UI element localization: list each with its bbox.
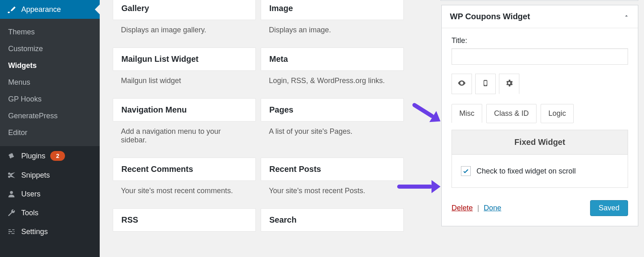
tab-misc[interactable]: Misc	[452, 104, 482, 123]
settings-subtabs: Misc Class & ID Logic	[452, 104, 628, 123]
widget-pages[interactable]: Pages	[261, 98, 404, 122]
sidebar-item-settings[interactable]: Settings	[0, 222, 100, 241]
sidebar-label-appearance: Appearance	[21, 5, 61, 14]
saved-button[interactable]: Saved	[590, 200, 628, 216]
plugins-icon	[7, 151, 16, 160]
widget-gallery[interactable]: Gallery	[113, 0, 256, 20]
sidebar-label-tools: Tools	[21, 209, 38, 217]
sidebar-item-themes[interactable]: Themes	[0, 24, 100, 41]
sidebar-item-menus[interactable]: Menus	[0, 74, 100, 91]
widget-title: Mailgun List Widget	[113, 48, 255, 70]
widget-settings-area: WP Coupons Widget Title:	[441, 5, 638, 232]
tab-class-id[interactable]: Class & ID	[486, 104, 537, 123]
widget-recent-posts[interactable]: Recent Posts	[261, 158, 404, 181]
widget-image[interactable]: Image	[261, 0, 404, 20]
fixed-widget-heading: Fixed Widget	[452, 130, 628, 155]
widget-desc: Displays an image gallery.	[113, 20, 256, 43]
widget-desc: Mailgun list widget	[113, 71, 256, 93]
widget-title: Pages	[261, 99, 403, 121]
widget-search[interactable]: Search	[261, 208, 404, 232]
visibility-tab[interactable]	[452, 74, 472, 94]
title-input[interactable]	[452, 48, 628, 65]
widget-title: Gallery	[113, 0, 255, 20]
sidebar-label-settings: Settings	[21, 228, 48, 236]
admin-sidebar: Appearance Themes Customize Widgets Menu…	[0, 0, 100, 257]
widget-title: Navigation Menu	[113, 99, 255, 121]
action-divider: |	[475, 204, 482, 212]
plugins-update-badge: 2	[50, 151, 65, 161]
tab-logic[interactable]: Logic	[541, 104, 574, 123]
sidebar-label-snippets: Snippets	[21, 171, 50, 180]
available-widgets: Gallery Displays an image gallery. Image…	[100, 0, 644, 257]
widget-rss[interactable]: RSS	[113, 208, 256, 232]
widget-panel-header[interactable]: WP Coupons Widget	[442, 5, 638, 28]
sidebar-item-plugins[interactable]: Plugins 2	[0, 146, 100, 166]
sliders-icon	[7, 227, 16, 236]
widget-desc: A list of your site's Pages.	[261, 122, 404, 144]
fixed-widget-checkbox[interactable]	[461, 166, 471, 176]
annotation-arrow-checkbox	[397, 180, 441, 193]
sidebar-label-users: Users	[21, 190, 40, 198]
sidebar-item-appearance[interactable]: Appearance	[0, 0, 100, 19]
gear-icon	[505, 79, 514, 89]
wp-coupons-widget-panel: WP Coupons Widget Title:	[441, 5, 638, 226]
done-link[interactable]: Done	[484, 204, 501, 212]
appearance-submenu: Themes Customize Widgets Menus GP Hooks …	[0, 19, 100, 146]
sidebar-label-plugins: Plugins	[21, 152, 45, 160]
widget-desc: Displays an image.	[261, 20, 404, 43]
sidebar-item-users[interactable]: Users	[0, 185, 100, 203]
widget-mailgun[interactable]: Mailgun List Widget	[113, 47, 256, 71]
sidebar-item-editor[interactable]: Editor	[0, 124, 100, 141]
sidebar-item-customize[interactable]: Customize	[0, 41, 100, 57]
widget-desc: Your site's most recent Posts.	[261, 181, 404, 203]
widget-desc: Login, RSS, & WordPress.org links.	[261, 71, 404, 93]
delete-link[interactable]: Delete	[452, 204, 473, 212]
widget-title: Recent Comments	[113, 158, 255, 180]
user-icon	[7, 189, 16, 198]
device-tab[interactable]	[475, 74, 496, 94]
wrench-icon	[7, 208, 16, 217]
sidebar-item-widgets[interactable]: Widgets	[0, 57, 100, 74]
widget-navigation-menu[interactable]: Navigation Menu	[113, 98, 256, 122]
widget-desc: Your site's most recent comments.	[113, 181, 256, 203]
sidebar-item-snippets[interactable]: Snippets	[0, 166, 100, 185]
sidebar-item-tools[interactable]: Tools	[0, 203, 100, 222]
widget-title: Meta	[261, 48, 403, 70]
widget-desc: Add a navigation menu to your sidebar.	[113, 122, 256, 153]
cutoff-panel	[441, 0, 638, 1]
scissors-icon	[7, 171, 16, 180]
fixed-widget-section: Fixed Widget Check to fixed widget on sc…	[452, 130, 628, 188]
collapse-icon	[623, 13, 630, 21]
widget-title: Search	[261, 209, 403, 231]
widget-panel-actions: Delete | Done Saved	[452, 200, 628, 216]
widget-title: RSS	[113, 209, 255, 231]
widget-title: Image	[261, 0, 403, 20]
widget-recent-comments[interactable]: Recent Comments	[113, 158, 256, 181]
eye-icon	[457, 79, 466, 89]
paintbrush-icon	[7, 5, 16, 14]
fixed-widget-checkbox-label: Check to fixed widget on scroll	[476, 167, 576, 176]
sidebar-item-generatepress[interactable]: GeneratePress	[0, 108, 100, 124]
widget-meta[interactable]: Meta	[261, 47, 404, 71]
title-label: Title:	[452, 36, 628, 45]
widget-title: Recent Posts	[261, 158, 403, 180]
display-mode-tabs	[452, 74, 628, 94]
sidebar-item-gp-hooks[interactable]: GP Hooks	[0, 91, 100, 108]
widget-panel-title: WP Coupons Widget	[450, 12, 530, 21]
settings-tab[interactable]	[499, 74, 519, 94]
phone-icon	[482, 79, 489, 89]
